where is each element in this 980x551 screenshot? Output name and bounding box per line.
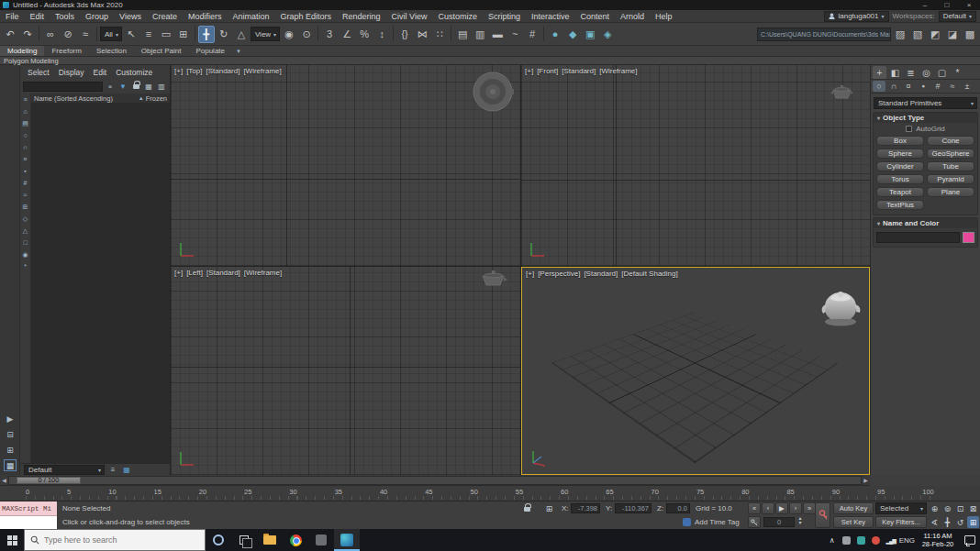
- layout-tab-arrow-icon[interactable]: ▶: [4, 413, 17, 424]
- active-layer-dropdown[interactable]: Default ▾: [24, 465, 105, 475]
- tube-button[interactable]: Tube: [927, 161, 974, 171]
- ribbon-tab-modeling[interactable]: Modeling: [0, 46, 44, 56]
- taskbar-search[interactable]: [24, 529, 206, 551]
- menu-graph-editors[interactable]: Graph Editors: [274, 10, 337, 22]
- lock-explorer-icon[interactable]: [130, 82, 141, 93]
- view-settings-icon[interactable]: ▥: [156, 82, 167, 93]
- teapot-object-left-view[interactable]: [478, 269, 508, 288]
- menu-views[interactable]: Views: [114, 10, 147, 22]
- project-toolbar-icon-3[interactable]: ◩: [927, 26, 943, 43]
- filter-funnel-icon[interactable]: ▼: [117, 82, 128, 93]
- menu-interactive[interactable]: Interactive: [526, 10, 575, 22]
- object-type-rollout-header[interactable]: ▾ Object Type: [874, 113, 977, 123]
- schematic-view-icon[interactable]: #: [524, 26, 540, 43]
- field-of-view-icon[interactable]: ∢: [929, 516, 941, 528]
- viewport-menu-standard[interactable]: [Standard]: [206, 269, 240, 277]
- orbit-icon[interactable]: ↺: [954, 516, 966, 528]
- scene-explorer-list[interactable]: [31, 104, 170, 463]
- ribbon-minimize-icon[interactable]: ▾: [232, 46, 245, 56]
- zoom-extents-icon[interactable]: ⊡: [954, 502, 966, 514]
- se-materials-filter-icon[interactable]: ◉: [21, 249, 30, 259]
- name-and-color-rollout-header[interactable]: ▾ Name and Color: [874, 218, 977, 228]
- se-spacewarps-filter-icon[interactable]: ≈: [21, 190, 30, 200]
- layer-options-icon[interactable]: ≡: [107, 464, 118, 475]
- ribbon-tab-populate[interactable]: Populate: [188, 46, 232, 56]
- name-column-header[interactable]: Name (Sorted Ascending): [34, 94, 113, 103]
- menu-group[interactable]: Group: [80, 10, 114, 22]
- pan-icon[interactable]: ╋: [941, 516, 953, 528]
- render-setup-icon[interactable]: ◆: [564, 26, 581, 43]
- viewport-menu-general[interactable]: [+]: [525, 67, 533, 75]
- object-name-field[interactable]: [876, 232, 960, 243]
- time-slider-track[interactable]: 0 / 100: [8, 476, 862, 485]
- create-tab-icon[interactable]: +: [873, 66, 886, 79]
- se-scene-icon[interactable]: ⌂: [21, 106, 30, 116]
- bind-to-spacewarp-icon[interactable]: ≈: [77, 26, 94, 43]
- se-cameras-filter-icon[interactable]: ▪: [21, 166, 30, 176]
- frame-spinner[interactable]: ▴ ▾: [796, 515, 804, 526]
- viewport-menu-standard[interactable]: [Standard]: [584, 270, 618, 278]
- ribbon-tab-freeform[interactable]: Freeform: [44, 46, 88, 56]
- maximize-viewport-toggle-icon[interactable]: ⊞: [967, 516, 979, 528]
- align-icon[interactable]: ∷: [431, 26, 448, 43]
- utilities-tab-icon[interactable]: *: [951, 66, 964, 79]
- tray-app-icon-3[interactable]: [869, 529, 884, 551]
- se-groups-filter-icon[interactable]: ⊞: [21, 202, 30, 212]
- se-lights-filter-icon[interactable]: ¤: [21, 154, 30, 164]
- systems-category-icon[interactable]: ±: [961, 81, 974, 92]
- next-frame-button[interactable]: ›: [789, 502, 802, 514]
- textplus-button[interactable]: TextPlus: [876, 200, 924, 210]
- y-coordinate-field[interactable]: [615, 503, 651, 513]
- spinner-down-icon[interactable]: ▾: [798, 521, 801, 525]
- maxscript-mini-input[interactable]: [0, 516, 57, 529]
- auto-key-button[interactable]: Auto Key: [833, 502, 874, 514]
- layout-tab-current-icon[interactable]: ▦: [4, 459, 17, 471]
- track-bar[interactable]: 0 5 10 15 20 25 30 35 40 45 50 55 60 65 …: [0, 486, 980, 501]
- edit-named-selection-sets-icon[interactable]: {}: [396, 26, 413, 43]
- reference-coordinate-dropdown[interactable]: View ▾: [251, 27, 280, 41]
- menu-create[interactable]: Create: [147, 10, 183, 22]
- scene-explorer-search-input[interactable]: [23, 82, 103, 92]
- motion-tab-icon[interactable]: ◎: [919, 66, 933, 79]
- autogrid-checkbox[interactable]: [906, 126, 912, 132]
- maxscript-mini-listener[interactable]: MAXScript Mi: [0, 501, 57, 515]
- object-color-swatch[interactable]: [963, 232, 974, 243]
- window-crossing-icon[interactable]: ⊞: [175, 26, 192, 43]
- primitive-set-dropdown[interactable]: Standard Primitives ▾: [874, 97, 977, 109]
- chrome-button[interactable]: [283, 529, 308, 551]
- material-editor-icon[interactable]: ●: [547, 26, 563, 43]
- zoom-region-icon[interactable]: ⊠: [967, 502, 979, 514]
- go-to-end-button[interactable]: »: [803, 502, 816, 514]
- undo-icon[interactable]: ↶: [2, 26, 18, 43]
- tray-chevron-icon[interactable]: ∧: [825, 529, 840, 551]
- geosphere-button[interactable]: GeoSphere: [927, 149, 974, 159]
- unlink-selection-icon[interactable]: ⊘: [60, 26, 76, 43]
- clear-search-icon[interactable]: ×: [105, 82, 116, 93]
- ribbon-tab-object-paint[interactable]: Object Paint: [134, 46, 189, 56]
- frozen-column-header[interactable]: Frozen: [146, 94, 167, 103]
- time-slider-handle[interactable]: 0 / 100: [17, 477, 81, 484]
- viewport-perspective-active[interactable]: [+] [Perspective] [Standard] [Default Sh…: [521, 267, 870, 475]
- menu-civil-view[interactable]: Civil View: [386, 10, 433, 22]
- teapot-object-front-view[interactable]: [830, 84, 854, 101]
- viewport-front[interactable]: [+] [Front] [Standard] [Wireframe]: [521, 65, 870, 266]
- add-time-tag[interactable]: Add Time Tag: [695, 518, 740, 526]
- snaps-toggle-icon[interactable]: 3: [321, 26, 338, 43]
- menu-help[interactable]: Help: [650, 10, 678, 22]
- se-sort-icon[interactable]: ≡: [21, 94, 30, 105]
- pyramid-button[interactable]: Pyramid: [927, 174, 974, 184]
- select-and-link-icon[interactable]: ∞: [42, 26, 59, 43]
- display-tab-icon[interactable]: ▢: [935, 66, 949, 79]
- lights-category-icon[interactable]: ¤: [902, 81, 915, 92]
- menu-scripting[interactable]: Scripting: [483, 10, 526, 22]
- se-menu-display[interactable]: Display: [59, 68, 84, 77]
- project-toolbar-icon-1[interactable]: ▨: [892, 26, 908, 43]
- cameras-category-icon[interactable]: ▪: [917, 81, 930, 92]
- next-frame-icon[interactable]: ▶: [862, 477, 870, 483]
- se-more-filters-icon[interactable]: *: [21, 261, 30, 271]
- torus-button[interactable]: Torus: [876, 174, 924, 184]
- spinner-snap-icon[interactable]: ↕: [373, 26, 390, 43]
- network-icon[interactable]: ▂▄▆: [884, 529, 898, 551]
- teapot-object-top-view[interactable]: [472, 71, 514, 113]
- key-filters-button[interactable]: Key Filters...: [875, 516, 927, 528]
